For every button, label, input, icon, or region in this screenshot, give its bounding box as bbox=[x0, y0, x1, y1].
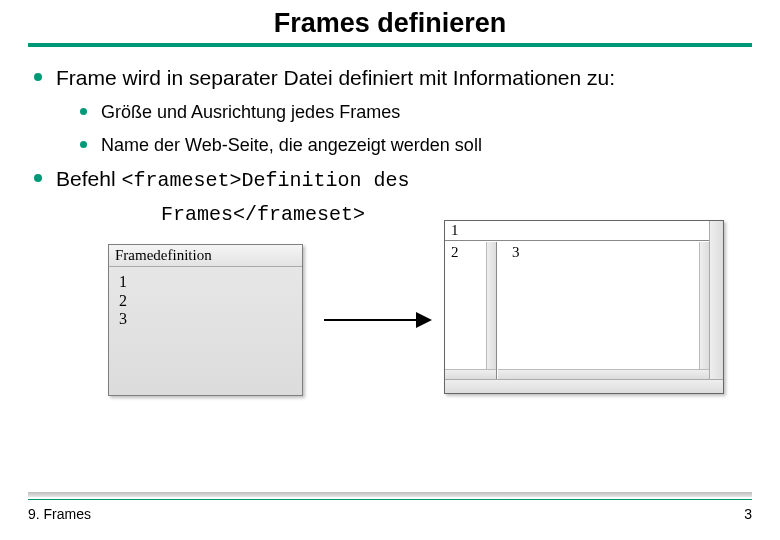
footer-left-text: 9. Frames bbox=[28, 506, 91, 522]
bullet-level2: Name der Web-Seite, die angezeigt werden… bbox=[80, 134, 752, 157]
slide-title: Frames definieren bbox=[28, 8, 752, 43]
footer-rule-icon bbox=[28, 492, 752, 497]
definition-window-title: Framedefinition bbox=[109, 245, 302, 267]
frame-3: 3 bbox=[498, 242, 709, 379]
arrow-icon bbox=[324, 312, 432, 328]
scrollbar-vertical-icon bbox=[709, 221, 723, 379]
frame-2-label: 2 bbox=[451, 244, 459, 260]
scrollbar-vertical-icon bbox=[699, 242, 709, 369]
frame-3-label: 3 bbox=[512, 244, 520, 260]
slide-footer: 9. Frames 3 bbox=[28, 492, 752, 522]
bullet2-text: Befehl <frameset>Definition des bbox=[56, 166, 409, 193]
sub1-text: Größe und Ausrichtung jedes Frames bbox=[101, 101, 400, 124]
page-number: 3 bbox=[744, 506, 752, 522]
def-line: 1 bbox=[119, 273, 292, 291]
bullet-level2: Größe und Ausrichtung jedes Frames bbox=[80, 101, 752, 124]
code-line1: <frameset>Definition des bbox=[121, 169, 409, 192]
scrollbar-horizontal-icon bbox=[498, 369, 709, 379]
definition-window: Framedefinition 1 2 3 bbox=[108, 244, 303, 396]
frame-2: 2 bbox=[445, 242, 497, 379]
footer-rule-icon bbox=[28, 499, 752, 500]
bullet1-text: Frame wird in separater Datei definiert … bbox=[56, 65, 615, 91]
def-line: 3 bbox=[119, 310, 292, 328]
frames-diagram: Framedefinition 1 2 3 1 2 3 bbox=[34, 244, 752, 404]
bullet-dot-icon bbox=[80, 108, 87, 115]
bullet2-prefix: Befehl bbox=[56, 167, 121, 190]
scrollbar-horizontal-icon bbox=[445, 379, 723, 393]
title-underline bbox=[28, 43, 752, 47]
scrollbar-horizontal-icon bbox=[445, 369, 496, 379]
definition-window-content: 1 2 3 bbox=[109, 267, 302, 334]
bullet-dot-icon bbox=[34, 73, 42, 81]
frame-1: 1 bbox=[445, 221, 709, 241]
bullet-dot-icon bbox=[34, 174, 42, 182]
def-line: 2 bbox=[119, 292, 292, 310]
slide-body: Frame wird in separater Datei definiert … bbox=[28, 65, 752, 404]
sub2-text: Name der Web-Seite, die angezeigt werden… bbox=[101, 134, 482, 157]
result-window: 1 2 3 bbox=[444, 220, 724, 394]
bullet-dot-icon bbox=[80, 141, 87, 148]
scrollbar-vertical-icon bbox=[486, 242, 496, 369]
bullet-level1: Frame wird in separater Datei definiert … bbox=[34, 65, 752, 91]
bullet-level1: Befehl <frameset>Definition des bbox=[34, 166, 752, 193]
